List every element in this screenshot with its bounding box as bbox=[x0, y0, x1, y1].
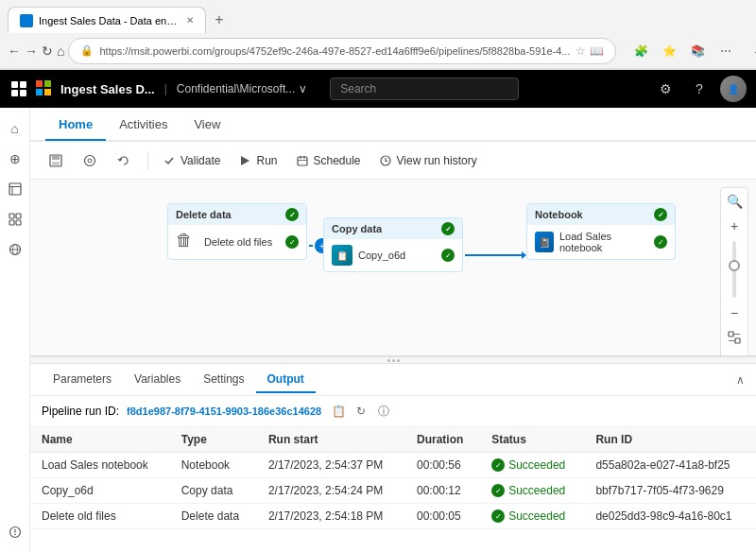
browser-addressbar: ← → ↻ ⌂ 🔒 https://msit.powerbi.com/group… bbox=[0, 33, 756, 69]
fit-to-screen-button[interactable] bbox=[723, 326, 746, 349]
tab-variables[interactable]: Variables bbox=[123, 367, 192, 393]
main-layout: ⌂ ⊕ bbox=[0, 108, 756, 552]
svg-rect-19 bbox=[52, 162, 60, 165]
tab-output[interactable]: Output bbox=[256, 367, 316, 393]
collections-button[interactable]: 📚 bbox=[684, 38, 711, 64]
breadcrumb-label: Confidential\Microsoft... bbox=[177, 82, 295, 95]
toolbar-separator-1 bbox=[147, 151, 148, 170]
sidebar-item-bottom[interactable] bbox=[2, 519, 28, 545]
pipeline-run-label: Pipeline run ID: bbox=[42, 405, 119, 418]
tab-parameters[interactable]: Parameters bbox=[42, 367, 123, 393]
pipeline-run-bar: Pipeline run ID: f8d1e987-8f79-4151-9903… bbox=[30, 396, 756, 427]
cell-duration: 00:00:56 bbox=[405, 453, 480, 478]
schedule-button[interactable]: Schedule bbox=[289, 150, 369, 171]
search-canvas-button[interactable]: 🔍 bbox=[723, 190, 746, 213]
cell-duration: 00:00:05 bbox=[405, 504, 480, 529]
home-button[interactable]: ⌂ bbox=[57, 38, 64, 64]
content-area: Home Activities View Validate Run bbox=[30, 108, 756, 552]
refresh-run-button[interactable]: ↻ bbox=[352, 402, 370, 421]
table-row: Delete old files Delete data 2/17/2023, … bbox=[30, 504, 756, 529]
svg-rect-9 bbox=[9, 220, 14, 225]
activity-copy-data[interactable]: Copy data ✓ 📋 Copy_o6d ✓ bbox=[323, 217, 463, 272]
schedule-icon bbox=[297, 155, 308, 166]
auto-layout-button[interactable] bbox=[723, 351, 746, 356]
tab-activities[interactable]: Activities bbox=[106, 110, 180, 141]
zoom-in-button[interactable]: + bbox=[723, 215, 746, 237]
svg-rect-3 bbox=[44, 89, 51, 95]
help-icon-button[interactable]: ? bbox=[686, 76, 713, 102]
sidebar-item-workspaces[interactable] bbox=[2, 206, 28, 233]
read-icon[interactable]: 📖 bbox=[590, 44, 604, 58]
app-logo[interactable] bbox=[9, 79, 28, 98]
tab-settings[interactable]: Settings bbox=[192, 367, 255, 393]
activity-notebook[interactable]: Notebook ✓ 📓 Load Sales notebook ✓ bbox=[526, 203, 676, 260]
grid-icon bbox=[11, 81, 26, 96]
browser-tabs: Ingest Sales Data - Data engine... ✕ + bbox=[0, 0, 756, 33]
save-button[interactable] bbox=[42, 150, 72, 171]
app-name: Ingest Sales D... bbox=[60, 82, 155, 96]
sidebar-item-create[interactable]: ⊕ bbox=[2, 146, 28, 172]
back-button[interactable]: ← bbox=[8, 38, 21, 64]
address-bar-icons: ☆ 📖 bbox=[576, 44, 604, 58]
collapse-panel-button[interactable]: ∧ bbox=[736, 373, 745, 387]
separator: | bbox=[164, 82, 167, 95]
tab-favicon bbox=[20, 14, 33, 27]
sidebar-item-datahub[interactable] bbox=[2, 236, 28, 263]
favorites-icon[interactable]: ☆ bbox=[576, 44, 586, 58]
resize-handle[interactable] bbox=[30, 356, 756, 364]
run-button[interactable]: Run bbox=[232, 150, 284, 171]
view-run-history-button[interactable]: View run history bbox=[372, 150, 485, 171]
status-success-icon: ✓ bbox=[491, 484, 505, 497]
run-info-button[interactable]: ⓘ bbox=[374, 402, 393, 421]
active-tab[interactable]: Ingest Sales Data - Data engine... ✕ bbox=[8, 7, 206, 33]
resize-indicator bbox=[387, 359, 400, 362]
browser-chrome: Ingest Sales Data - Data engine... ✕ + ←… bbox=[0, 0, 756, 70]
breadcrumb[interactable]: Confidential\Microsoft... ∨ bbox=[177, 82, 307, 95]
cell-name: Load Sales notebook bbox=[30, 453, 170, 478]
pipeline-canvas[interactable]: Delete data ✓ 🗑 Delete old files ✓ + bbox=[30, 180, 756, 356]
zoom-slider[interactable] bbox=[732, 241, 736, 298]
cell-run-start: 2/17/2023, 2:54:18 PM bbox=[257, 504, 405, 529]
notebook-label: Load Sales notebook bbox=[559, 231, 648, 253]
settings-button[interactable]: ⋯ bbox=[713, 38, 739, 64]
undo-button[interactable] bbox=[110, 150, 140, 171]
sidebar-item-home[interactable]: ⌂ bbox=[2, 115, 28, 142]
activity-delete-data[interactable]: Delete data ✓ 🗑 Delete old files ✓ bbox=[167, 203, 307, 260]
properties-button[interactable] bbox=[76, 150, 106, 171]
settings-icon-button[interactable]: ⚙ bbox=[652, 76, 679, 102]
connector-line-1 bbox=[309, 245, 313, 247]
validate-button[interactable]: Validate bbox=[156, 150, 228, 171]
output-table: Name Type Run start Duration Status Run … bbox=[30, 427, 756, 552]
table-header-row: Name Type Run start Duration Status Run … bbox=[30, 427, 756, 453]
sidebar-item-browse[interactable] bbox=[2, 176, 28, 202]
browser-action-icons: 🧩 ⭐ 📚 ⋯ bbox=[627, 38, 739, 64]
search-input[interactable] bbox=[330, 78, 519, 100]
forward-button[interactable]: → bbox=[25, 38, 38, 64]
new-tab-button[interactable]: + bbox=[206, 7, 232, 33]
copy-data-body: 📋 Copy_o6d ✓ bbox=[324, 239, 462, 271]
address-bar[interactable]: 🔒 https://msit.powerbi.com/groups/4752ef… bbox=[68, 38, 616, 64]
extensions-button[interactable]: 🧩 bbox=[627, 38, 654, 64]
tab-view[interactable]: View bbox=[180, 110, 233, 141]
svg-rect-10 bbox=[16, 220, 21, 225]
breadcrumb-chevron: ∨ bbox=[299, 82, 307, 95]
svg-rect-8 bbox=[16, 214, 21, 218]
connector-line-2 bbox=[465, 254, 522, 256]
window-minimize-button[interactable]: — bbox=[747, 38, 756, 64]
zoom-out-button[interactable]: − bbox=[723, 302, 746, 324]
tab-close-icon[interactable]: ✕ bbox=[186, 15, 194, 26]
user-avatar[interactable]: 👤 bbox=[720, 76, 747, 102]
refresh-icon: ↻ bbox=[42, 43, 53, 59]
cell-name: Delete old files bbox=[30, 504, 170, 529]
cell-status: ✓ Succeeded bbox=[480, 504, 584, 529]
tab-home[interactable]: Home bbox=[45, 110, 106, 141]
copy-run-id-button[interactable]: 📋 bbox=[329, 402, 348, 421]
forward-icon: → bbox=[25, 43, 38, 59]
favorites-button[interactable]: ⭐ bbox=[656, 38, 682, 64]
delete-data-status: ✓ bbox=[285, 235, 299, 249]
refresh-button[interactable]: ↻ bbox=[42, 38, 53, 64]
header-actions: ⚙ ? 👤 bbox=[652, 76, 747, 102]
copy-icon: 📋 bbox=[332, 245, 352, 266]
svg-rect-4 bbox=[9, 183, 21, 195]
svg-rect-1 bbox=[44, 80, 51, 87]
